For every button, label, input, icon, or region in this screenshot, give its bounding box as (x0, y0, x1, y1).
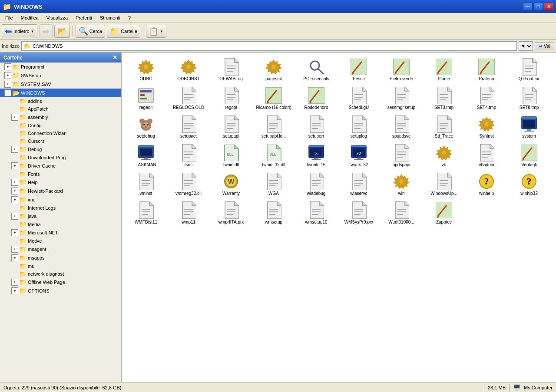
minimize-button[interactable]: — (523, 2, 533, 11)
sidebar-item-windows[interactable]: −📂WINDOWS (0, 89, 121, 97)
file-item[interactable]: WWarranty (210, 171, 252, 198)
menu-help[interactable]: ? (125, 14, 134, 22)
file-item[interactable]: REGLOCS.OLD (168, 85, 209, 112)
tree-expander[interactable]: + (11, 196, 18, 203)
sidebar-item-system.sav[interactable]: +📁SYSTEM.SAV (0, 80, 121, 89)
file-item[interactable]: spupdsvc (381, 113, 422, 141)
file-item[interactable]: OEWABLog (210, 56, 252, 84)
close-button[interactable]: ✕ (544, 2, 553, 11)
sidebar-item-ime[interactable]: +📁ime (0, 195, 121, 204)
file-item[interactable]: TASKMAN (125, 142, 167, 170)
tree-expander[interactable]: + (11, 114, 18, 121)
file-item[interactable]: setuplog (338, 113, 380, 141)
tree-expander[interactable]: + (11, 162, 18, 169)
file-item[interactable]: system (508, 113, 550, 141)
file-item[interactable]: wiadebug (295, 171, 337, 198)
sidebar-item-motive[interactable]: 📁Motive (0, 237, 121, 245)
file-item[interactable]: regopt (210, 85, 252, 112)
file-item[interactable]: Zapotec (423, 199, 465, 227)
tree-expander[interactable]: + (4, 72, 11, 79)
file-item[interactable]: setuperr (295, 113, 337, 141)
sidebar-item-help[interactable]: +📁Help (0, 178, 121, 187)
file-item[interactable]: wiaservc (338, 171, 380, 198)
file-item[interactable]: wmsetup10 (295, 199, 337, 227)
file-item[interactable]: Ventagli (508, 142, 550, 170)
file-item[interactable]: SET8.tmp (508, 85, 550, 112)
maximize-button[interactable]: □ (533, 2, 543, 11)
sidebar-item-debug[interactable]: +📁Debug (0, 145, 121, 154)
tree-expander[interactable]: + (11, 188, 18, 194)
sidebar-item-config[interactable]: 📁Config (0, 122, 121, 129)
up-button[interactable]: 📂 (54, 25, 70, 38)
file-item[interactable]: wmsetup (253, 199, 295, 227)
tree-expander[interactable]: + (4, 63, 11, 70)
file-item[interactable]: pagesuit (253, 56, 295, 84)
file-item[interactable]: regedit (125, 85, 167, 112)
file-item[interactable]: WGA (253, 171, 295, 198)
tree-expander[interactable]: + (11, 229, 18, 236)
file-item[interactable]: DLLtwain_32.dll (253, 142, 295, 170)
tree-expander[interactable]: + (11, 246, 18, 253)
sidebar-item-options[interactable]: +📁OPTIONS (0, 287, 121, 295)
file-item[interactable]: DLLtwain.dll (210, 142, 252, 170)
file-item[interactable]: setupact (168, 113, 209, 141)
sidebar-item-microsoft.net[interactable]: +📁Microsoft.NET (0, 228, 121, 237)
file-item[interactable]: vminst (125, 171, 167, 198)
sidebar-item-msapps[interactable]: +📁msapps (0, 254, 121, 262)
file-item[interactable]: Rododendro (295, 85, 337, 112)
back-button[interactable]: ⬅ Indietro ▼ (2, 24, 37, 38)
file-item[interactable]: SET4.tmp (466, 85, 507, 112)
back-dropdown-icon[interactable]: ▼ (31, 30, 34, 33)
file-item[interactable]: Ricamo (16 colori) (253, 85, 295, 112)
tree-expander[interactable]: + (11, 279, 18, 286)
sidebar-item-mui[interactable]: 📁mui (0, 262, 121, 270)
file-item[interactable]: Sti_Trace (423, 113, 465, 141)
file-item[interactable]: Pesca (338, 56, 380, 84)
sidebar-item-network-diagnost[interactable]: 📁network diagnost (0, 270, 121, 278)
address-dropdown[interactable]: ▼ (519, 41, 533, 51)
folders-button[interactable]: 📁 Cartelle (107, 25, 140, 38)
sidebar-item-offline-web-page[interactable]: +📁Offline Web Page (0, 278, 121, 287)
file-item[interactable]: wmp11 (168, 199, 209, 227)
sidebar-item-java[interactable]: +📁java (0, 212, 121, 221)
file-item[interactable]: setupapi.lo... (253, 113, 295, 141)
file-item[interactable]: vmmreg32.dll (168, 171, 209, 198)
file-item[interactable]: ?winhlp32 (508, 171, 550, 198)
file-item[interactable]: setdebug (125, 113, 167, 141)
menu-visualizza[interactable]: Visualizza (43, 14, 71, 22)
views-button[interactable]: 📋 ▼ (146, 25, 166, 38)
menu-file[interactable]: File (2, 14, 17, 22)
sidebar-item-downloaded-prog[interactable]: 📁Downloaded Prog (0, 154, 121, 161)
file-item[interactable]: QTFont.for (508, 56, 550, 84)
sidebar-item-media[interactable]: 📁Media (0, 221, 121, 228)
tree-expander[interactable]: + (11, 213, 18, 220)
tree-expander[interactable]: + (11, 287, 18, 294)
file-item[interactable]: tsoc (168, 142, 209, 170)
file-item[interactable]: wmprfITA.prx (210, 199, 252, 227)
file-item[interactable]: updspapi (381, 142, 422, 170)
tree-expander[interactable]: + (11, 179, 18, 186)
menu-preferiti[interactable]: Preferiti (72, 14, 96, 22)
tree-expander[interactable]: + (11, 146, 18, 153)
sidebar-item-swsetup[interactable]: +📁SWSetup (0, 71, 121, 80)
file-item[interactable]: 32twunk_32 (338, 142, 380, 170)
tree-expander[interactable]: + (4, 81, 11, 88)
sidebar-item-assembly[interactable]: +📁assembly (0, 113, 121, 122)
sidebar-item-apppatch[interactable]: 📁AppPatch (0, 105, 121, 113)
file-item[interactable]: vbaddin (466, 142, 507, 170)
sidebar-item-hewlett-packard[interactable]: +📁Hewlett-Packard (0, 187, 121, 195)
sidebar-close-button[interactable]: ✕ (113, 54, 117, 61)
file-item[interactable]: WMFDist11 (125, 199, 167, 227)
go-button[interactable]: ➡ Vai (535, 42, 554, 50)
sidebar-item-addins[interactable]: 📁addins (0, 97, 121, 105)
sidebar-item-cursors[interactable]: 📁Cursors (0, 137, 121, 145)
file-item[interactable]: vb (423, 142, 465, 170)
file-item[interactable]: SchedLgU (338, 85, 380, 112)
file-item[interactable]: ODBCINST (168, 56, 209, 84)
menu-strumenti[interactable]: Strumenti (96, 14, 124, 22)
file-item[interactable]: Prateria (466, 56, 507, 84)
sidebar-item-fonts[interactable]: 📁Fonts (0, 170, 121, 178)
file-item[interactable]: PCEssentials (295, 56, 337, 84)
sidebar-item-connection-wizar[interactable]: 📁Connection Wizar (0, 129, 121, 137)
file-item[interactable]: ?winhelp (466, 171, 507, 198)
